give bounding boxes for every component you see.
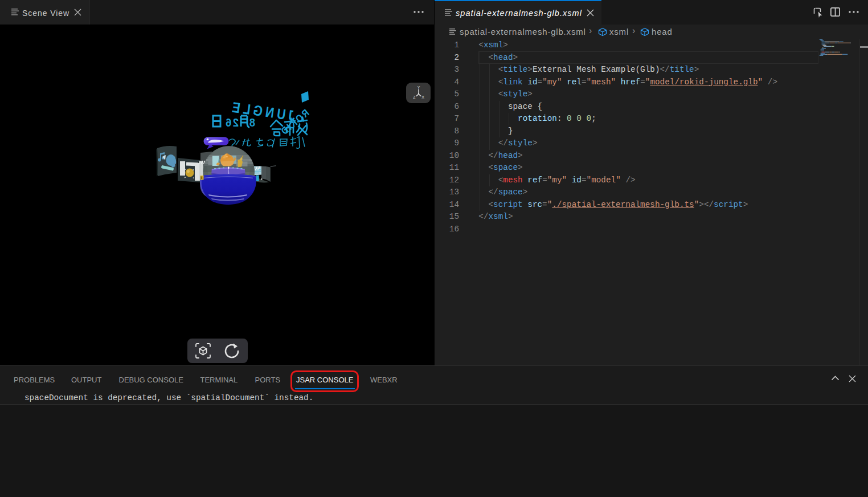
svg-text:Y: Y [417,85,420,89]
svg-text:8: 8 [249,116,255,129]
svg-text:Z: Z [413,95,416,99]
svg-text:26: 26 [224,116,239,129]
svg-text:X: X [421,95,424,99]
